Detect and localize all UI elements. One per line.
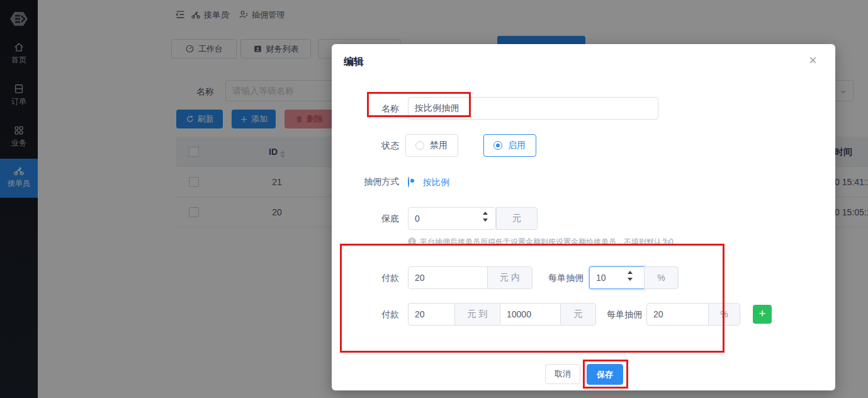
- tier2-from-unit-addon: 元 到: [454, 303, 500, 326]
- number-spinner[interactable]: [480, 212, 490, 222]
- edit-dialog: 编辑 × 名称 状态 禁用 启用 抽佣方式 按比例 保底 元 i 平台抽佣后接单…: [332, 44, 835, 390]
- status-option-enabled[interactable]: 启用: [483, 134, 536, 157]
- name-label: 名称: [336, 97, 399, 120]
- method-label: 抽佣方式: [336, 172, 399, 191]
- name-input[interactable]: [408, 97, 658, 120]
- floor-unit-addon: 元: [496, 207, 538, 230]
- option-label: 启用: [508, 140, 526, 151]
- tier2-rate-unit-addon: %: [708, 303, 740, 326]
- tier1-rate-unit-addon: %: [644, 266, 679, 289]
- status-option-disabled[interactable]: 禁用: [405, 134, 458, 157]
- radio-icon: [415, 141, 424, 150]
- add-tier-button[interactable]: +: [753, 305, 772, 324]
- radio-checked-icon: [493, 141, 502, 150]
- dialog-title: 编辑: [344, 55, 364, 69]
- method-option-ratio[interactable]: 按比例: [423, 177, 449, 188]
- tier2-to-input[interactable]: [500, 303, 561, 326]
- tier1-rate-input[interactable]: [589, 266, 645, 289]
- cancel-button[interactable]: 取消: [545, 364, 580, 384]
- tier2-pay-label: 付款: [336, 303, 399, 326]
- tier1-rate-label: 每单抽佣: [521, 266, 583, 289]
- info-icon: i: [408, 237, 416, 246]
- tier1-amount-input[interactable]: [408, 266, 488, 289]
- tier2-rate-label: 每单抽佣: [579, 303, 642, 326]
- save-button[interactable]: 保存: [587, 364, 623, 385]
- tier1-pay-label: 付款: [336, 266, 399, 289]
- tier2-from-input[interactable]: [408, 303, 455, 326]
- floor-hint-text: 平台抽佣后接单员所得低于设置金额则按设置金额给接单员，不填则默认为0: [420, 237, 772, 247]
- option-label: 禁用: [430, 140, 448, 151]
- number-spinner[interactable]: [625, 271, 635, 281]
- floor-label: 保底: [336, 207, 399, 230]
- close-icon[interactable]: ×: [809, 54, 817, 67]
- tier2-rate-input[interactable]: [646, 303, 709, 326]
- status-label: 状态: [336, 134, 399, 157]
- radio-checked-icon[interactable]: [408, 176, 409, 188]
